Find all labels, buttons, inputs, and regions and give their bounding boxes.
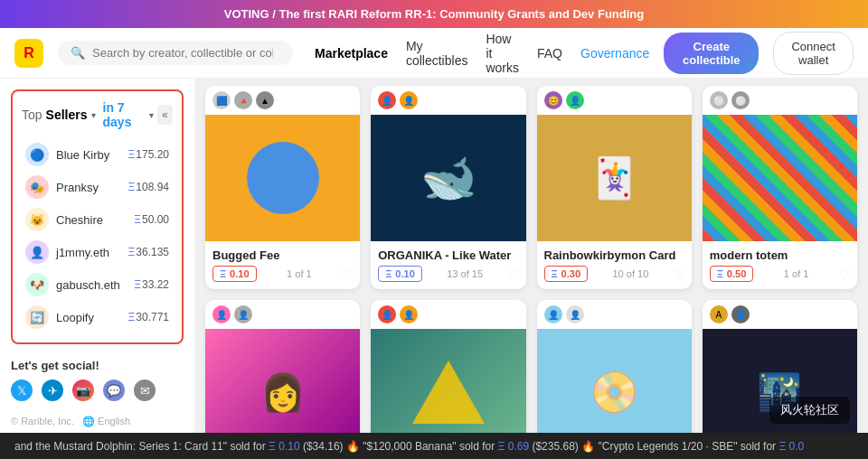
nft-info-4: modern totem Ξ0.50 1 of 1 ♡	[703, 241, 857, 289]
mini-avatar: 👤	[566, 305, 584, 323]
nft-card-organika: 👤 👤 🐋 ORGANIKA - Like Water Ξ0.10 13 of …	[371, 86, 525, 289]
nft-supply-4: 1 of 1	[784, 268, 809, 279]
nft-card-header: 👤 👤	[205, 300, 360, 329]
nft-card-header: 👤 👤	[537, 300, 692, 329]
nft-info-2: ORGANIKA - Like Water Ξ0.10 13 of 15 ♡	[371, 241, 525, 289]
mini-avatar: 👤	[544, 305, 562, 323]
header: R 🔍 Marketplace My collectibles How it w…	[0, 28, 868, 79]
nft-image-3: 🃏	[537, 115, 692, 241]
nav-marketplace[interactable]: Marketplace	[315, 46, 388, 61]
nft-card-bugged-fee: 🟦 🔺 ▲ Bugged Fee Ξ0.10 1 of 1 ♡	[205, 86, 360, 289]
nft-price-4[interactable]: Ξ0.50	[710, 266, 754, 282]
mini-avatar: 👤	[400, 305, 418, 323]
collapse-button[interactable]: «	[157, 105, 173, 125]
discord-icon[interactable]: 💬	[103, 379, 125, 401]
nft-grid-row1: 🟦 🔺 ▲ Bugged Fee Ξ0.10 1 of 1 ♡	[205, 86, 857, 289]
nft-footer-3: Ξ0.30 10 of 10 ♡	[544, 266, 684, 282]
nav-governance[interactable]: Governance	[580, 46, 649, 61]
seller-name-2: Pranksy	[56, 181, 120, 194]
sellers-dropdown-icon[interactable]: ▾	[91, 110, 96, 120]
heart-icon-4[interactable]: ♡	[839, 267, 850, 281]
nav-my-collectibles[interactable]: My collectibles	[406, 39, 467, 68]
telegram-icon[interactable]: ✈	[42, 379, 63, 401]
nft-grid-row2: 👤 👤 👩 Untitled Ξ0.20 1 of 1 ♡	[205, 300, 857, 433]
nft-supply-3: 10 of 10	[613, 268, 649, 279]
bottom-bar-text: and the Mustard Dolphin: Series 1: Card …	[14, 440, 804, 453]
nft-card-header: 🟦 🔺 ▲	[205, 86, 360, 115]
footer-copyright: © Rarible, Inc.	[11, 416, 74, 426]
social-label: Let's get social!	[11, 359, 184, 372]
mini-avatar: 👤	[378, 91, 396, 109]
nft-image-4	[703, 115, 857, 241]
sidebar-footer: © Rarible, Inc. 🌐 English	[11, 416, 184, 427]
period-label: in 7 days	[103, 100, 146, 129]
connect-wallet-button[interactable]: Connect wallet	[773, 32, 854, 75]
social-section: Let's get social! 𝕏 ✈ 📷 💬 ✉	[11, 359, 184, 401]
fire-icon-1: 🔥	[346, 440, 360, 453]
main-layout: Top Sellers ▾ in 7 days ▾ « 🔵 Blue Kirby…	[0, 79, 868, 433]
search-input[interactable]	[92, 46, 273, 60]
search-bar[interactable]: 🔍	[58, 41, 293, 65]
seller-item[interactable]: 🎭 Pranksy Ξ108.94	[22, 171, 173, 203]
nav-links: Marketplace My collectibles How it works…	[315, 32, 649, 75]
seller-item[interactable]: 😺 Cheshire Ξ50.00	[22, 203, 173, 236]
logo[interactable]: R	[14, 39, 43, 68]
nft-supply-1: 1 of 1	[287, 268, 312, 279]
nft-card-header: ⚪ ⚪	[703, 86, 857, 115]
nft-price-2[interactable]: Ξ0.10	[378, 266, 422, 282]
mini-avatar: ⚪	[710, 91, 728, 109]
twitter-icon[interactable]: 𝕏	[11, 379, 33, 401]
nav-how-it-works[interactable]: How it works	[486, 32, 519, 75]
seller-price-3: Ξ50.00	[134, 213, 169, 226]
nft-price-1[interactable]: Ξ0.10	[212, 266, 257, 282]
seller-item[interactable]: 🔄 Loopify Ξ30.771	[22, 301, 173, 333]
seller-avatar-5: 🐶	[25, 273, 49, 296]
mini-avatar: 😊	[544, 91, 562, 109]
nft-card-7: 👤 👤 📀 DVD Night Ξ0.25 3 of 5 ♡	[537, 300, 692, 433]
nft-image-5: 👩	[205, 329, 360, 433]
nft-card-6: 👤 👤 Triangle Gold Ξ0.15 5 of 5 ♡	[371, 300, 525, 433]
email-icon[interactable]: ✉	[134, 379, 156, 401]
create-collectible-button[interactable]: Create collectible	[664, 33, 759, 74]
heart-icon-2[interactable]: ♡	[508, 267, 519, 281]
nft-card-header: 👤 👤	[371, 86, 525, 115]
seller-price-4: Ξ36.135	[127, 246, 169, 258]
eth-price-2: Ξ 0.69	[498, 440, 530, 453]
seller-item[interactable]: 🐶 gabusch.eth Ξ33.22	[22, 268, 173, 301]
seller-name-3: Cheshire	[56, 213, 127, 227]
nft-info-1: Bugged Fee Ξ0.10 1 of 1 ♡	[205, 241, 360, 289]
footer-lang[interactable]: 🌐 English	[82, 416, 130, 426]
seller-price-2: Ξ108.94	[127, 181, 169, 193]
top-sellers-header: Top Sellers ▾ in 7 days ▾ «	[22, 100, 173, 129]
seller-name-4: j1mmy.eth	[56, 246, 120, 259]
seller-name-6: Loopify	[56, 311, 120, 324]
sellers-label: Sellers	[46, 108, 88, 122]
nft-card-header: A 👤	[703, 300, 857, 329]
heart-icon-3[interactable]: ♡	[674, 267, 684, 281]
content-area: 🟦 🔺 ▲ Bugged Fee Ξ0.10 1 of 1 ♡	[194, 79, 868, 433]
seller-price-5: Ξ33.22	[134, 278, 169, 291]
nft-image-6	[371, 329, 525, 433]
nft-title-2: ORGANIKA - Like Water	[378, 248, 518, 262]
period-dropdown-icon[interactable]: ▾	[149, 110, 154, 120]
seller-item[interactable]: 👤 j1mmy.eth Ξ36.135	[22, 236, 173, 268]
mini-avatar: 👤	[566, 91, 584, 109]
seller-item[interactable]: 🔵 Blue Kirby Ξ175.20	[22, 138, 173, 171]
seller-avatar-3: 😺	[25, 208, 49, 231]
nft-image-8: 🌃	[703, 329, 857, 433]
seller-price-1: Ξ175.20	[127, 148, 169, 161]
instagram-icon[interactable]: 📷	[72, 379, 94, 401]
nft-info-3: Rainbowkirbymon Card Ξ0.30 10 of 10 ♡	[537, 241, 692, 289]
nav-faq[interactable]: FAQ	[537, 46, 562, 61]
heart-icon-1[interactable]: ♡	[342, 267, 353, 281]
top-label: Top	[22, 108, 42, 122]
nft-price-3[interactable]: Ξ0.30	[544, 266, 589, 282]
mini-avatar: ⚪	[731, 91, 750, 109]
nft-title-4: modern totem	[710, 248, 850, 262]
seller-avatar-6: 🔄	[25, 305, 49, 329]
seller-name-5: gabusch.eth	[56, 278, 127, 292]
nft-card-modern-totem: ⚪ ⚪ modern totem Ξ0.50 1 of 1 ♡	[703, 86, 857, 289]
nft-footer-1: Ξ0.10 1 of 1 ♡	[212, 266, 353, 282]
seller-avatar-2: 🎭	[25, 175, 49, 199]
mini-avatar: 👤	[234, 305, 252, 323]
